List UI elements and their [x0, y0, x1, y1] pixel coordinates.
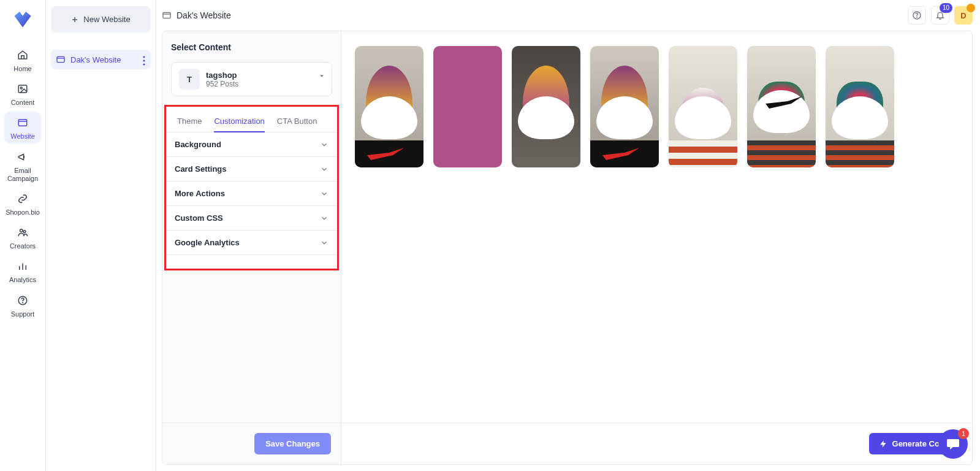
- chevron-down-icon: [320, 140, 329, 149]
- megaphone-icon: [17, 151, 29, 163]
- accordion-custom-css[interactable]: Custom CSS: [166, 206, 337, 231]
- window-icon: [17, 117, 29, 129]
- users-icon: [17, 226, 29, 239]
- gallery-thumb[interactable]: [669, 46, 737, 167]
- svg-rect-11: [163, 12, 170, 18]
- premium-badge-icon: [967, 4, 975, 12]
- chat-fab[interactable]: 1: [938, 429, 968, 459]
- gallery-thumb[interactable]: [512, 46, 580, 167]
- source-avatar: T: [179, 69, 200, 90]
- tabs: Theme Customization CTA Button: [166, 107, 337, 132]
- nav-creators-label: Creators: [10, 242, 36, 250]
- page-title: Dak's Website: [177, 10, 231, 20]
- svg-point-6: [23, 302, 23, 303]
- gallery-footer: Generate Code: [341, 423, 972, 464]
- notif-badge: 10: [940, 3, 952, 13]
- svg-point-8: [143, 56, 145, 58]
- panel-footer: Save Changes: [162, 423, 341, 464]
- help-button[interactable]: [908, 6, 926, 25]
- gallery-thumb[interactable]: [590, 46, 659, 167]
- user-avatar[interactable]: D: [954, 6, 973, 25]
- breadcrumb: Dak's Website: [162, 10, 231, 20]
- plus-icon: [71, 16, 78, 23]
- svg-point-10: [143, 63, 145, 65]
- nav-shopon-label: Shopon.bio: [6, 209, 40, 216]
- svg-point-9: [143, 59, 145, 61]
- tab-customization[interactable]: Customization: [214, 110, 264, 132]
- chevron-down-icon: [320, 214, 329, 223]
- nav-content-label: Content: [11, 99, 35, 107]
- source-posts: 952 Posts: [206, 80, 238, 88]
- nav-creators[interactable]: Creators: [4, 221, 41, 253]
- accordion-label: Card Settings: [175, 164, 320, 174]
- sidebar-site-label: Dak's Website: [70, 55, 121, 64]
- gallery-thumb[interactable]: [433, 46, 502, 167]
- nav-support[interactable]: Support: [4, 289, 41, 321]
- source-name: tagshop: [206, 71, 238, 80]
- home-icon: [17, 49, 29, 61]
- window-icon: [162, 10, 172, 20]
- notifications-button[interactable]: 10: [931, 6, 949, 25]
- svg-rect-0: [18, 85, 27, 93]
- gallery-strip[interactable]: [341, 31, 972, 182]
- nav-home-label: Home: [13, 65, 31, 73]
- accordion-more-actions[interactable]: More Actions: [166, 182, 337, 206]
- chevron-down-icon: [320, 190, 329, 198]
- nav-analytics-label: Analytics: [9, 276, 36, 284]
- accordion-background[interactable]: Background: [166, 132, 337, 157]
- nav-email-label: Email Campaign: [4, 167, 41, 183]
- new-website-button[interactable]: New Website: [51, 6, 151, 33]
- nav-shopon[interactable]: Shopon.bio: [4, 188, 41, 219]
- accordion-label: More Actions: [175, 189, 320, 198]
- nav-analytics[interactable]: Analytics: [4, 255, 41, 286]
- help-icon: [17, 294, 29, 307]
- chevron-down-icon: [320, 165, 329, 174]
- gallery-thumb[interactable]: [826, 46, 894, 167]
- tab-theme[interactable]: Theme: [177, 110, 202, 132]
- projects-column: New Website Dak's Website: [46, 0, 156, 471]
- avatar-initial: D: [960, 11, 966, 20]
- save-button[interactable]: Save Changes: [254, 433, 331, 454]
- tab-cta[interactable]: CTA Button: [277, 110, 317, 132]
- svg-point-4: [23, 231, 26, 233]
- svg-rect-2: [18, 120, 27, 126]
- accordion-label: Custom CSS: [175, 213, 320, 223]
- svg-rect-7: [57, 56, 64, 62]
- nav-rail: Home Content Website Email Campaign Shop…: [0, 0, 46, 471]
- settings-panel: Select Content T tagshop 952 Posts Theme…: [162, 31, 341, 464]
- nav-website[interactable]: Website: [4, 112, 41, 143]
- accordion-google-analytics[interactable]: Google Analytics: [166, 231, 337, 255]
- site-more-icon[interactable]: [139, 53, 150, 68]
- sidebar-site-item[interactable]: Dak's Website: [51, 50, 151, 69]
- chat-icon: [946, 437, 960, 451]
- bolt-icon: [879, 440, 887, 448]
- chevron-down-icon: [320, 239, 329, 247]
- chat-badge: 1: [958, 428, 969, 439]
- accordion-card-settings[interactable]: Card Settings: [166, 157, 337, 182]
- nav-email[interactable]: Email Campaign: [4, 146, 41, 185]
- gallery-thumb[interactable]: [747, 46, 816, 167]
- customization-highlight: Theme Customization CTA Button Backgroun…: [164, 105, 339, 270]
- link-icon: [17, 193, 29, 205]
- nav-home[interactable]: Home: [4, 44, 41, 75]
- panel-heading: Select Content: [162, 31, 341, 56]
- gallery-thumb[interactable]: [355, 46, 424, 167]
- window-icon: [56, 55, 66, 64]
- content-source-dropdown[interactable]: T tagshop 952 Posts: [171, 62, 332, 96]
- svg-point-1: [20, 87, 22, 89]
- nav-website-label: Website: [10, 132, 35, 140]
- new-website-label: New Website: [83, 15, 130, 24]
- accordion-label: Background: [175, 140, 320, 149]
- bars-icon: [17, 260, 29, 272]
- accordion-label: Google Analytics: [175, 238, 320, 247]
- workspace: Select Content T tagshop 952 Posts Theme…: [162, 31, 973, 465]
- svg-point-3: [20, 229, 23, 232]
- app-logo: [12, 9, 33, 29]
- svg-point-13: [917, 17, 917, 18]
- nav-content[interactable]: Content: [4, 78, 41, 109]
- topbar: Dak's Website 10 D: [162, 5, 973, 26]
- image-icon: [17, 83, 29, 95]
- chevron-down-icon: [318, 72, 325, 80]
- gallery: Generate Code: [341, 31, 972, 464]
- nav-support-label: Support: [11, 310, 35, 318]
